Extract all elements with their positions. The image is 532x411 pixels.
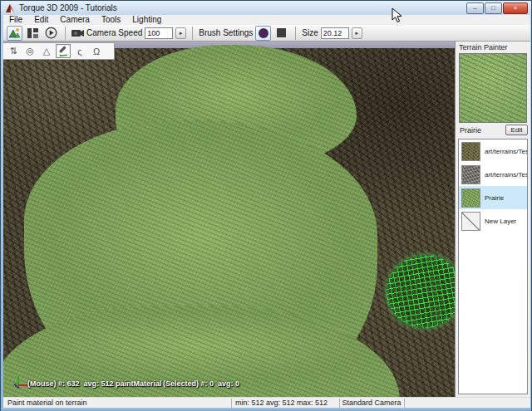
- soft-brush-icon: ◎: [26, 46, 34, 56]
- tool-soft-brush-button[interactable]: ◎: [22, 44, 37, 58]
- play-icon: [45, 27, 57, 39]
- material-thumbnail-new-layer: [461, 212, 480, 231]
- camera-speed-input[interactable]: [145, 27, 173, 39]
- brush-size-label: Size: [302, 28, 318, 37]
- window-title: Torque 3D 2009 - Tutorials: [19, 3, 117, 12]
- tool-adjust-height-button[interactable]: ⇅: [6, 44, 21, 58]
- material-label: art/terrains/Test/gras: [485, 148, 527, 155]
- tool-paint-material-button[interactable]: [56, 44, 71, 58]
- mouse-cursor: [392, 7, 402, 23]
- menu-edit[interactable]: Edit: [28, 15, 54, 25]
- camera-speed-label: Camera Speed: [86, 28, 142, 37]
- material-label: art/terrains/Test/rock: [485, 171, 527, 179]
- camera-speed-spinner[interactable]: ▸: [175, 27, 186, 39]
- edit-material-button[interactable]: Edit: [505, 125, 528, 135]
- raise-terrain-icon: △: [43, 46, 50, 56]
- material-list: art/terrains/Test/gras art/terrains/Test…: [458, 139, 528, 394]
- circle-brush-icon: [259, 28, 268, 38]
- menu-lighting[interactable]: Lighting: [126, 15, 167, 25]
- status-bar: Paint material on terrain min: 512 avg: …: [3, 397, 530, 408]
- tool-raise-terrain-button[interactable]: △: [39, 44, 54, 58]
- world-editor-button[interactable]: [7, 26, 22, 41]
- menu-bar: File Edit Camera Tools Lighting: [3, 15, 530, 25]
- terrain-viewport[interactable]: ⇅ ◎ △: [3, 42, 455, 397]
- tool-smooth-button[interactable]: ς: [72, 44, 87, 58]
- close-button[interactable]: ×: [503, 2, 528, 14]
- camera-icon: [71, 29, 84, 37]
- maximize-button[interactable]: □: [485, 2, 502, 14]
- brush-shape-square-button[interactable]: [273, 26, 289, 41]
- material-name-row: Prairie Edit: [456, 125, 531, 137]
- menu-camera[interactable]: Camera: [54, 15, 96, 25]
- material-row-prairie[interactable]: Prairie: [459, 186, 527, 209]
- content-area: ⇅ ◎ △: [3, 42, 530, 397]
- adjust-height-icon: ⇅: [9, 46, 17, 56]
- smooth-icon: ς: [77, 46, 81, 56]
- brush-shape-circle-button[interactable]: [255, 26, 271, 41]
- window-bottom-border: [1, 408, 531, 411]
- material-row-rock[interactable]: art/terrains/Test/rock: [459, 163, 527, 186]
- status-terrain-stats: min: 512 avg: 512 max: 512: [235, 399, 328, 408]
- terrain-brush-cursor[interactable]: [381, 249, 455, 335]
- material-row-grass[interactable]: art/terrains/Test/gras: [459, 139, 527, 163]
- selected-material-name: Prairie: [460, 126, 481, 135]
- paint-material-icon: [58, 46, 69, 56]
- material-label: New Layer: [485, 218, 516, 225]
- main-toolbar: Camera Speed ▸ Brush Settings Size ▸: [3, 25, 530, 42]
- selected-terrain-info: (Selected) #: 0 avg: 0: [163, 379, 239, 388]
- terrain-painter-panel: Terrain Painter Prairie Edit art/terrain…: [455, 42, 530, 397]
- toolbar-separator: [65, 27, 66, 40]
- title-bar: Torque 3D 2009 - Tutorials – □ ×: [1, 1, 531, 15]
- menu-tools[interactable]: Tools: [96, 15, 126, 25]
- brush-size-spinner[interactable]: ▸: [352, 27, 362, 39]
- landscape-icon: [8, 27, 21, 38]
- toolbar-separator: [295, 27, 296, 40]
- material-thumbnail-rock: [461, 165, 480, 184]
- panel-title: Terrain Painter: [459, 43, 508, 51]
- material-label: Prairie: [485, 194, 504, 202]
- material-row-new-layer[interactable]: New Layer: [459, 209, 527, 232]
- play-button[interactable]: [43, 26, 59, 41]
- flatten-icon: Ω: [93, 46, 100, 56]
- layout-grid-icon: [27, 28, 38, 38]
- terrain-tool-palette: ⇅ ◎ △: [3, 42, 115, 60]
- material-thumbnail-grass: [461, 142, 480, 161]
- window-controls: – □ ×: [466, 2, 528, 14]
- status-divider: [404, 399, 405, 408]
- tool-flatten-button[interactable]: Ω: [89, 44, 104, 58]
- brush-settings-label: Brush Settings: [199, 28, 253, 37]
- app-logo-icon: [5, 3, 15, 13]
- status-message: Paint material on terrain: [7, 399, 87, 408]
- status-divider: [231, 399, 232, 408]
- material-preview: [459, 53, 527, 123]
- minimize-button[interactable]: –: [466, 2, 484, 14]
- mouse-terrain-info: (Mouse) #: 632 avg: 512 paintMaterial: [27, 379, 162, 388]
- square-brush-icon: [277, 28, 286, 37]
- status-camera-mode: Standard Camera: [339, 399, 404, 408]
- menu-file[interactable]: File: [3, 15, 28, 25]
- toolbar-separator: [192, 27, 193, 40]
- brush-size-input[interactable]: [321, 27, 349, 39]
- editor-layout-button[interactable]: [25, 26, 41, 41]
- material-thumbnail-prairie: [461, 188, 480, 208]
- app-window: Torque 3D 2009 - Tutorials – □ × File Ed…: [0, 0, 532, 411]
